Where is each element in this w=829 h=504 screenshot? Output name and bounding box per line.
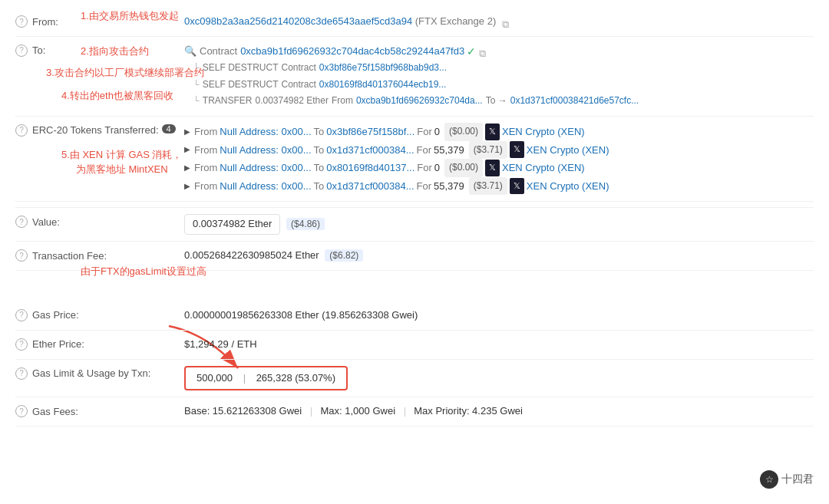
from-addr-2[interactable]: Null Address: 0x00... xyxy=(220,141,311,159)
transfer-to-label: To → xyxy=(486,93,507,110)
sub-item-3: └ TRANSFER 0.00374982 Ether From 0xcba9b… xyxy=(184,93,814,110)
txfee-usd: ($6.82) xyxy=(325,249,363,262)
xen-label-2[interactable]: XEN Crypto (XEN) xyxy=(527,141,609,159)
txfee-label: ? Transaction Fee: xyxy=(15,248,184,262)
help-icon-erc20[interactable]: ? xyxy=(15,124,28,137)
gasfees-max: Max: 1,000 Gwei xyxy=(320,405,395,417)
gaslimit-usage: 265,328 (53.07%) xyxy=(256,372,335,384)
transfer-from-label: From xyxy=(332,93,353,110)
help-icon-gasprice[interactable]: ? xyxy=(15,309,28,321)
etherprice-amount: $1,294.29 / ETH xyxy=(184,338,257,350)
watermark-icon: ☆ xyxy=(760,470,778,489)
xen-label-3[interactable]: XEN Crypto (XEN) xyxy=(502,159,585,176)
self-destruct-2-type: SELF DESTRUCT xyxy=(203,77,279,94)
gasfees-value: Base: 15.621263308 Gwei Max: 1,000 Gwei … xyxy=(184,404,814,420)
transfer-from-address[interactable]: 0xcba9b1fd69626932c704da... xyxy=(356,93,483,110)
help-icon-gasfees[interactable]: ? xyxy=(15,405,28,417)
amount-2: 55,379 xyxy=(434,141,464,159)
copy-icon-from[interactable]: ⧉ xyxy=(502,17,512,27)
to-addr-2[interactable]: 0x1d371cf000384... xyxy=(326,141,414,159)
from-address[interactable]: 0xc098b2a3aa256d2140208c3de6543aaef5cd3a… xyxy=(184,15,412,27)
xen-badge-4: 𝕏 xyxy=(510,178,524,195)
from-row: 1.由交易所热钱包发起 ? From: 0xc098b2a3aa256d2140… xyxy=(15,8,814,37)
help-icon-gaslimit[interactable]: ? xyxy=(15,367,28,380)
value-value: 0.00374982 Ether ($4.86) xyxy=(184,214,814,235)
from-exchange-label: (FTX Exchange 2) xyxy=(415,15,497,27)
for-label-4: For xyxy=(417,177,432,195)
help-icon-to[interactable]: ? xyxy=(15,44,28,57)
to-label: ? To: xyxy=(15,43,184,57)
usd-1: ($0.00) xyxy=(444,123,483,141)
self-destruct-2-address[interactable]: 0x80169f8d401376044ecb19... xyxy=(319,77,447,94)
self-destruct-2-label: Contract xyxy=(281,77,315,94)
xen-badge-1: 𝕏 xyxy=(485,124,500,140)
transfer-to-address[interactable]: 0x1d371cf00038421d6e57cfc... xyxy=(510,93,639,110)
txfee-text: Transaction Fee: xyxy=(32,250,107,262)
erc20-text: ERC-20 Tokens Transferred: xyxy=(32,124,159,136)
sub-item-2: └ SELF DESTRUCT Contract 0x80169f8d40137… xyxy=(184,77,814,94)
gaslimit-box: 500,000 | 265,328 (53.07%) xyxy=(184,366,348,391)
gaslimit-limit: 500,000 xyxy=(197,372,233,384)
to-addr-1[interactable]: 0x3bf86e75f158bf... xyxy=(326,123,414,140)
to-addr-4[interactable]: 0x1d371cf000384... xyxy=(326,177,414,195)
gasfees-text: Gas Fees: xyxy=(32,406,78,417)
txfee-row: 由于FTX的gasLimit设置过高 ? Transaction Fee: 0.… xyxy=(15,242,814,271)
to-value: 🔍 Contract 0xcba9b1fd69626932c704dac4cb5… xyxy=(184,43,814,110)
gasprice-text: Gas Price: xyxy=(32,309,79,321)
xen-badge-3: 𝕏 xyxy=(485,160,500,176)
etherprice-value: $1,294.29 / ETH xyxy=(184,337,814,353)
erc20-transfer-1: ▶ From Null Address: 0x00... To 0x3bf86e… xyxy=(184,123,814,141)
transfer-type: TRANSFER xyxy=(203,93,253,110)
help-icon-value[interactable]: ? xyxy=(15,216,28,228)
watermark-text: 十四君 xyxy=(781,473,814,486)
separator-gaslimit: | xyxy=(243,372,246,384)
for-label-1: For xyxy=(417,123,432,140)
for-label-3: For xyxy=(417,159,432,176)
from-addr-4[interactable]: Null Address: 0x00... xyxy=(220,177,311,195)
gasfees-sep1 xyxy=(311,407,312,417)
to-label-3: To xyxy=(314,159,325,176)
from-value: 0xc098b2a3aa256d2140208c3de6543aaef5cd3a… xyxy=(184,14,814,30)
erc20-values: ▶ From Null Address: 0x00... To 0x3bf86e… xyxy=(184,123,814,195)
help-icon-from[interactable]: ? xyxy=(15,15,28,28)
erc20-count: 4 xyxy=(162,124,176,133)
gasfees-base: Base: 15.621263308 Gwei xyxy=(184,405,302,417)
gaslimit-row: ? Gas Limit & Usage by Txn: 500,000 | 26… xyxy=(15,360,814,398)
contract-address[interactable]: 0xcba9b1fd69626932c704dac4cb58c29244a47f… xyxy=(240,44,464,60)
gasprice-row: ? Gas Price: 0.000000019856263308 Ether … xyxy=(15,301,814,331)
from-label: ? From: xyxy=(15,14,184,28)
usd-4: ($3.71) xyxy=(469,177,507,196)
gasfees-row: ? Gas Fees: Base: 15.621263308 Gwei Max:… xyxy=(15,397,814,427)
usd-3: ($0.00) xyxy=(444,159,483,177)
self-destruct-1-type: SELF DESTRUCT xyxy=(203,60,279,77)
from-addr-3[interactable]: Null Address: 0x00... xyxy=(220,159,311,176)
txfee-amount: 0.005268422630985024 Ether xyxy=(184,249,319,261)
from-addr-1[interactable]: Null Address: 0x00... xyxy=(220,123,311,140)
arrow-3: ▶ xyxy=(184,161,190,175)
to-row: 2.指向攻击合约 3.攻击合约以工厂模式继续部署合约 4.转出的eth也被黑客回… xyxy=(15,37,814,117)
help-icon-etherprice[interactable]: ? xyxy=(15,338,28,351)
erc20-row: 5.由 XEN 计算 GAS 消耗，为黑客地址 MintXEN ? ERC-20… xyxy=(15,117,814,202)
to-label-1: To xyxy=(314,123,325,140)
erc20-transfer-4: ▶ From Null Address: 0x00... To 0x1d371c… xyxy=(184,177,814,196)
to-addr-3[interactable]: 0x80169f8d40137... xyxy=(326,159,414,176)
xen-badge-2: 𝕏 xyxy=(510,141,524,158)
gasprice-value: 0.000000019856263308 Ether (19.856263308… xyxy=(184,308,814,324)
to-label-4: To xyxy=(314,177,325,195)
arrow-4: ▶ xyxy=(184,180,190,193)
usd-2: ($3.71) xyxy=(469,141,507,160)
xen-label-4[interactable]: XEN Crypto (XEN) xyxy=(527,177,609,195)
xen-label-1[interactable]: XEN Crypto (XEN) xyxy=(502,123,585,140)
from-label-3: From xyxy=(194,159,217,176)
copy-icon-to[interactable]: ⧉ xyxy=(479,46,489,56)
gaslimit-label: ? Gas Limit & Usage by Txn: xyxy=(15,366,184,380)
help-icon-txfee[interactable]: ? xyxy=(15,249,28,262)
gasprice-label: ? Gas Price: xyxy=(15,308,184,321)
value-text: Value: xyxy=(32,216,60,228)
to-text: To: xyxy=(32,44,45,56)
value-usd: ($4.86) xyxy=(286,218,325,230)
etherprice-row: ? Ether Price: $1,294.29 / ETH xyxy=(15,331,814,360)
for-label-2: For xyxy=(417,141,432,159)
self-destruct-1-address[interactable]: 0x3bf86e75f158bf968bab9d3... xyxy=(319,60,447,77)
etherprice-label: ? Ether Price: xyxy=(15,337,184,351)
